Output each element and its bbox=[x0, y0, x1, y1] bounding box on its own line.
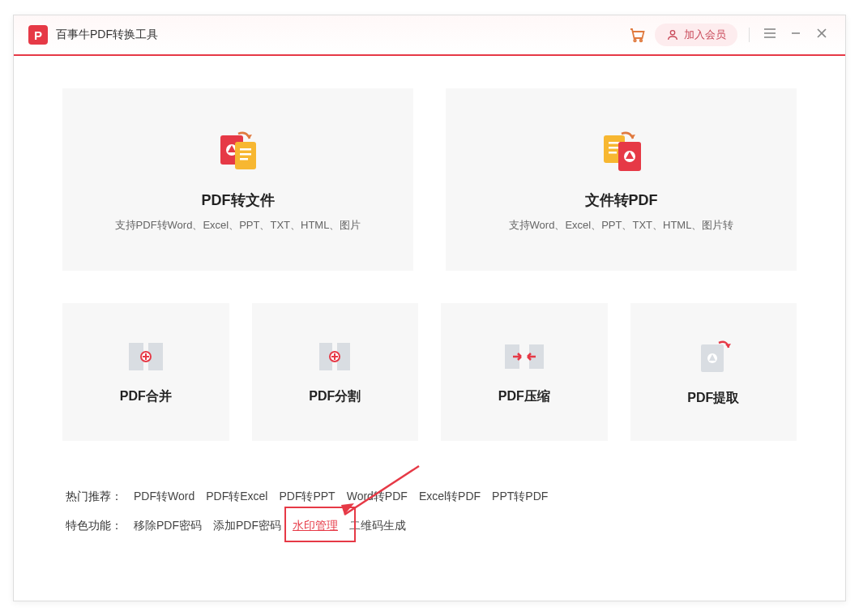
hot-label: 热门推荐： bbox=[66, 490, 122, 504]
file-to-pdf-card[interactable]: 文件转PDF 支持Word、Excel、PPT、TXT、HTML、图片转 bbox=[446, 88, 797, 271]
feature-link[interactable]: 二维码生成 bbox=[349, 519, 406, 533]
user-icon bbox=[666, 28, 679, 41]
hot-link[interactable]: PDF转PPT bbox=[279, 490, 335, 504]
card-title: PDF提取 bbox=[687, 390, 739, 407]
svg-point-1 bbox=[640, 40, 643, 42]
split-icon bbox=[314, 340, 355, 374]
content-area: PDF转文件 支持PDF转Word、Excel、PPT、TXT、HTML、图片 … bbox=[14, 56, 845, 533]
app-window: P 百事牛PDF转换工具 加入会员 bbox=[13, 15, 846, 601]
feature-links-row: 特色功能： 移除PDF密码 添加PDF密码 水印管理 二维码生成 bbox=[66, 519, 793, 533]
card-title: PDF合并 bbox=[120, 388, 172, 405]
pdf-extract-card[interactable]: PDF提取 bbox=[630, 303, 797, 441]
svg-rect-12 bbox=[235, 142, 256, 169]
cart-icon[interactable] bbox=[627, 25, 647, 45]
feature-label: 特色功能： bbox=[66, 519, 122, 533]
card-title: 文件转PDF bbox=[585, 190, 658, 210]
hot-link[interactable]: PDF转Excel bbox=[206, 490, 267, 504]
hot-link[interactable]: Word转PDF bbox=[347, 490, 408, 504]
bottom-links: 热门推荐： PDF转Word PDF转Excel PDF转PPT Word转PD… bbox=[62, 490, 797, 533]
main-cards-row: PDF转文件 支持PDF转Word、Excel、PPT、TXT、HTML、图片 … bbox=[62, 88, 797, 271]
card-title: PDF转文件 bbox=[202, 190, 275, 210]
menu-icon[interactable] bbox=[761, 28, 779, 42]
feature-link[interactable]: 移除PDF密码 bbox=[134, 519, 202, 533]
feature-link[interactable]: 添加PDF密码 bbox=[213, 519, 281, 533]
feature-link-watermark[interactable]: 水印管理 bbox=[293, 519, 338, 533]
extract-icon bbox=[693, 338, 733, 375]
svg-point-2 bbox=[670, 31, 674, 35]
pdf-to-file-icon bbox=[214, 127, 263, 176]
titlebar: P 百事牛PDF转换工具 加入会员 bbox=[14, 15, 845, 56]
join-member-button[interactable]: 加入会员 bbox=[655, 24, 737, 46]
file-to-pdf-icon bbox=[597, 127, 646, 176]
svg-rect-14 bbox=[240, 153, 251, 156]
pdf-compress-card[interactable]: PDF压缩 bbox=[441, 303, 608, 441]
hot-link[interactable]: PPT转PDF bbox=[492, 490, 548, 504]
titlebar-right: 加入会员 bbox=[627, 24, 831, 46]
pdf-merge-card[interactable]: PDF合并 bbox=[62, 303, 229, 441]
svg-rect-17 bbox=[609, 142, 620, 144]
svg-rect-18 bbox=[609, 147, 620, 149]
app-title: 百事牛PDF转换工具 bbox=[56, 28, 158, 42]
app-logo-icon: P bbox=[28, 25, 48, 45]
svg-rect-15 bbox=[240, 158, 248, 160]
card-desc: 支持PDF转Word、Excel、PPT、TXT、HTML、图片 bbox=[115, 218, 361, 233]
svg-point-0 bbox=[634, 40, 636, 42]
hot-links-row: 热门推荐： PDF转Word PDF转Excel PDF转PPT Word转PD… bbox=[66, 490, 793, 504]
hot-link[interactable]: PDF转Word bbox=[134, 490, 194, 504]
card-title: PDF压缩 bbox=[498, 388, 550, 405]
minimize-button[interactable] bbox=[787, 28, 805, 42]
compress-icon bbox=[502, 340, 547, 374]
member-label: 加入会员 bbox=[684, 28, 726, 42]
pdf-to-file-card[interactable]: PDF转文件 支持PDF转Word、Excel、PPT、TXT、HTML、图片 bbox=[62, 88, 413, 271]
close-button[interactable] bbox=[813, 28, 831, 42]
card-title: PDF分割 bbox=[309, 388, 361, 405]
svg-rect-13 bbox=[240, 148, 251, 151]
merge-icon bbox=[126, 340, 166, 374]
card-desc: 支持Word、Excel、PPT、TXT、HTML、图片转 bbox=[509, 218, 734, 233]
divider bbox=[749, 28, 750, 42]
svg-rect-19 bbox=[609, 152, 617, 154]
small-cards-row: PDF合并 PDF分割 PDF压缩 bbox=[62, 303, 797, 441]
pdf-split-card[interactable]: PDF分割 bbox=[252, 303, 419, 441]
hot-link[interactable]: Excel转PDF bbox=[419, 490, 481, 504]
